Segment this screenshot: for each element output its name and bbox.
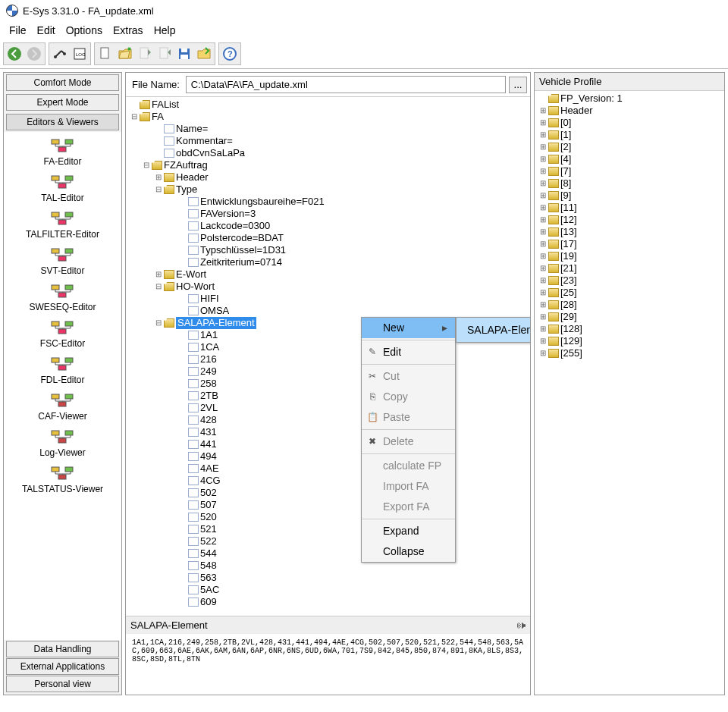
profile-node[interactable]: ⊞[23] <box>538 274 721 287</box>
tree-node[interactable]: 507 <box>129 499 527 511</box>
menu-options[interactable]: Options <box>61 23 107 38</box>
tree-node[interactable]: OMSA <box>129 305 527 317</box>
tree-node[interactable]: HIFI <box>129 293 527 305</box>
tree-node[interactable]: Entwicklungsbaureihe=F021 <box>129 196 527 208</box>
sidebar-item-tal-editor[interactable]: TAL-Editor <box>4 171 121 208</box>
forward-button[interactable] <box>25 45 43 63</box>
ctx-import-fa[interactable]: Import FA <box>362 476 455 497</box>
ctx-copy[interactable]: ⎘Copy <box>362 387 455 407</box>
sidebar-comfort-button[interactable]: Comfort Mode <box>6 74 119 91</box>
ctx-delete[interactable]: ✖Delete <box>362 431 455 452</box>
sidebar-external-apps-button[interactable]: External Applications <box>6 658 119 675</box>
sidebar-expert-button[interactable]: Expert Mode <box>6 94 119 111</box>
tree-node[interactable]: FAVersion=3 <box>129 208 527 220</box>
tree-node[interactable]: Zeitkriterium=0714 <box>129 256 527 268</box>
save-as-button[interactable] <box>195 45 213 63</box>
profile-node[interactable]: ⊞[4] <box>538 153 721 165</box>
profile-node[interactable]: ⊞[255] <box>538 347 721 359</box>
export-button[interactable] <box>155 45 174 63</box>
sidebar-personal-view-button[interactable]: Personal view <box>6 676 119 692</box>
ctx-expand[interactable]: Expand <box>362 521 455 541</box>
sidebar-item-sweseq-editor[interactable]: SWESEQ-Editor <box>4 281 121 317</box>
fa-tree[interactable]: FAList⊟FAName=Kommentar=obdCvnSaLaPa⊟FZA… <box>126 97 530 616</box>
profile-node[interactable]: ⊞[9] <box>538 190 721 202</box>
profile-node[interactable]: ⊞[29] <box>538 311 721 323</box>
tree-node[interactable]: Polstercode=BDAT <box>129 232 527 244</box>
profile-node[interactable]: ⊞[13] <box>538 226 721 238</box>
tree-node[interactable]: 1CA <box>129 341 527 353</box>
profile-node[interactable]: ⊞[11] <box>538 202 721 214</box>
profile-node[interactable]: ⊞[21] <box>538 262 721 274</box>
tree-node[interactable]: 609 <box>129 596 527 608</box>
tree-node[interactable]: 441 <box>129 438 527 450</box>
tree-node[interactable]: 2TB <box>129 390 527 402</box>
ctx-export-fa[interactable]: Export FA <box>362 497 455 517</box>
menu-extras[interactable]: Extras <box>108 23 148 38</box>
help-button[interactable]: ? <box>221 45 239 63</box>
sidebar-item-talfilter-editor[interactable]: TALFILTER-Editor <box>4 208 121 244</box>
tree-node[interactable]: ⊟FA <box>129 111 527 123</box>
tree-node[interactable]: 258 <box>129 378 527 390</box>
ctx-calculate-fp[interactable]: calculate FP <box>362 456 455 476</box>
ctx-cut[interactable]: ✂Cut <box>362 366 455 387</box>
log-button[interactable]: LOG <box>71 45 89 63</box>
tree-node[interactable]: ⊞Header <box>129 171 527 183</box>
file-name-input[interactable] <box>186 76 506 93</box>
tree-node[interactable]: 431 <box>129 426 527 438</box>
ctx-edit[interactable]: ✎Edit <box>362 342 455 362</box>
profile-node[interactable]: ⊞[19] <box>538 250 721 262</box>
tree-node[interactable]: 2VL <box>129 402 527 414</box>
tree-node[interactable]: 544 <box>129 547 527 560</box>
menu-edit[interactable]: Edit <box>33 23 60 38</box>
sidebar-item-caf-viewer[interactable]: CAF-Viewer <box>4 390 121 426</box>
tree-node[interactable]: FAList <box>129 99 527 111</box>
open-button[interactable] <box>116 45 134 63</box>
sidebar-item-fsc-editor[interactable]: FSC-Editor <box>4 317 121 353</box>
tree-node[interactable]: 502 <box>129 487 527 499</box>
tree-node[interactable]: obdCvnSaLaPa <box>129 147 527 159</box>
tree-node[interactable]: Lackcode=0300 <box>129 220 527 232</box>
sidebar-item-talstatus-viewer[interactable]: TALSTATUS-Viewer <box>4 463 121 499</box>
sidebar-item-fa-editor[interactable]: FA-Editor <box>4 135 121 171</box>
profile-node[interactable]: ⊞[7] <box>538 165 721 177</box>
menu-help[interactable]: Help <box>149 23 180 38</box>
profile-node[interactable]: ⊞[28] <box>538 299 721 311</box>
ctx-new[interactable]: New▸ <box>362 318 455 338</box>
sidebar-data-handling-button[interactable]: Data Handling <box>6 641 119 657</box>
tree-node[interactable]: 4CG <box>129 475 527 487</box>
import-button[interactable] <box>136 45 154 63</box>
tree-node[interactable]: 4AE <box>129 463 527 475</box>
profile-node[interactable]: FP_Version: 1 <box>538 93 721 105</box>
tree-node[interactable]: ⊟FZAuftrag <box>129 159 527 171</box>
tree-node[interactable]: 520 <box>129 511 527 523</box>
tree-node[interactable]: 249 <box>129 365 527 378</box>
new-file-button[interactable] <box>96 45 115 63</box>
profile-node[interactable]: ⊞Header <box>538 105 721 117</box>
save-button[interactable] <box>175 45 193 63</box>
tree-node[interactable]: 548 <box>129 560 527 572</box>
profile-node[interactable]: ⊞[128] <box>538 323 721 335</box>
tree-node[interactable]: Name= <box>129 123 527 135</box>
back-button[interactable] <box>5 45 24 63</box>
tree-node[interactable]: ⊞E-Wort <box>129 268 527 281</box>
profile-node[interactable]: ⊞[17] <box>538 238 721 250</box>
tree-node[interactable]: Kommentar= <box>129 135 527 147</box>
browse-button[interactable]: ... <box>509 77 527 93</box>
profile-node[interactable]: ⊞[1] <box>538 129 721 141</box>
ctx-new-salapa[interactable]: SALAPA-Element <box>457 318 530 342</box>
tree-node[interactable]: 428 <box>129 414 527 426</box>
tree-node[interactable]: ⊟HO-Wort <box>129 281 527 293</box>
tree-node[interactable]: 521 <box>129 523 527 535</box>
vehicle-profile-tree[interactable]: FP_Version: 1⊞Header⊞[0]⊞[1]⊞[2]⊞[4]⊞[7]… <box>535 91 724 361</box>
profile-node[interactable]: ⊞[8] <box>538 177 721 190</box>
sidebar-item-svt-editor[interactable]: SVT-Editor <box>4 244 121 281</box>
ctx-paste[interactable]: 📋Paste <box>362 407 455 428</box>
profile-node[interactable]: ⊞[0] <box>538 117 721 129</box>
sidebar-item-fdl-editor[interactable]: FDL-Editor <box>4 353 121 390</box>
menu-file[interactable]: File <box>5 23 31 38</box>
tree-node[interactable]: 494 <box>129 450 527 463</box>
tree-node[interactable]: 216 <box>129 353 527 365</box>
tree-node[interactable]: ⊟Type <box>129 183 527 196</box>
sidebar-item-log-viewer[interactable]: Log-Viewer <box>4 426 121 463</box>
ctx-collapse[interactable]: Collapse <box>362 541 455 562</box>
